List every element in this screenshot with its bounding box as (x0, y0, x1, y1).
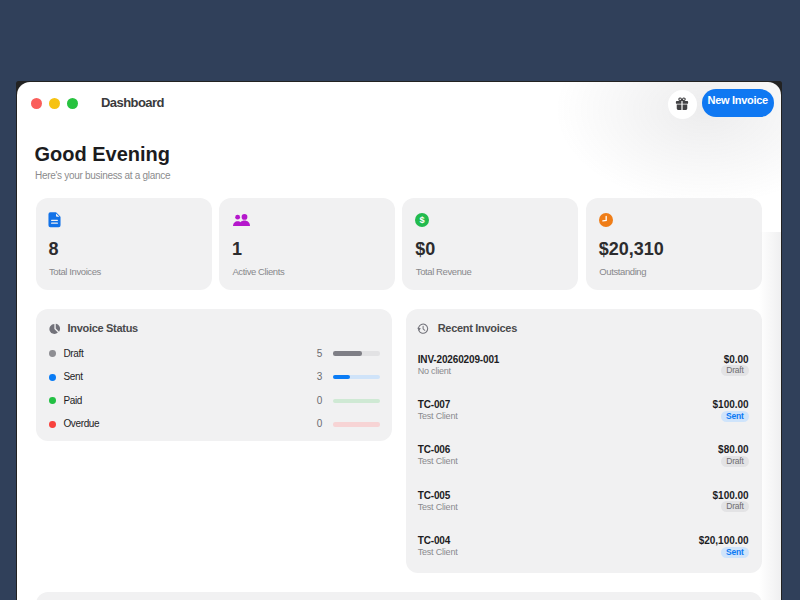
svg-text:$: $ (420, 216, 425, 226)
